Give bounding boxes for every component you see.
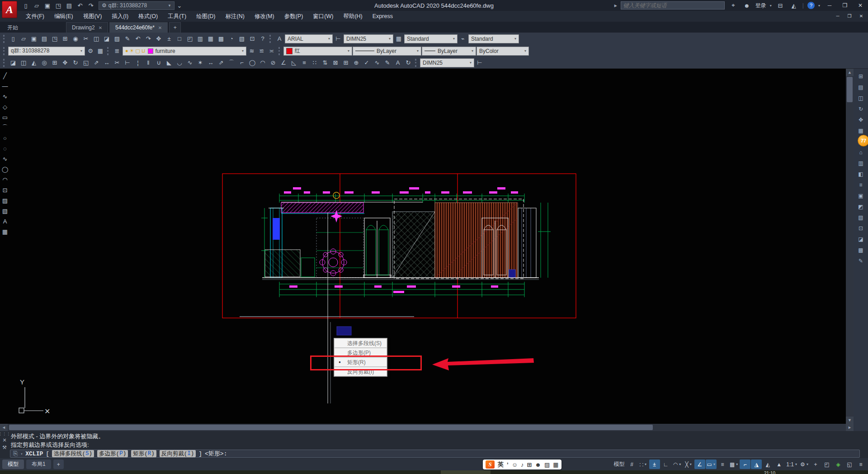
toolbar-grip[interactable] [3, 47, 6, 55]
menu-item[interactable]: 窗口(W) [308, 11, 338, 22]
restore-button[interactable]: ❐ [839, 1, 851, 10]
layer-combo[interactable]: ●☀▢⊔ furniture ▾ [123, 47, 246, 56]
annotation-scale-icon[interactable]: ▲ [774, 460, 784, 469]
break-icon[interactable]: ‖ [143, 58, 153, 67]
scroll-down-icon[interactable]: ▼ [846, 417, 854, 424]
menu-item[interactable]: 帮助(H) [338, 11, 367, 22]
lineweight-display-icon[interactable]: ≡ [717, 460, 728, 469]
menu-item[interactable]: 编辑(E) [49, 11, 78, 22]
open-icon[interactable]: ▱ [19, 34, 28, 43]
search-binoculars-icon[interactable]: ⌖ [728, 1, 738, 10]
trim-icon[interactable]: ✂ [112, 58, 122, 67]
doc-close-button[interactable]: ✕ [855, 11, 867, 21]
toolbar-grip[interactable] [269, 35, 273, 43]
dim-edit-icon[interactable]: ✎ [382, 58, 392, 67]
horizontal-scrollbar[interactable]: ◄ ► [0, 424, 854, 431]
rotate-icon[interactable]: ↻ [71, 58, 80, 67]
taskbar-item[interactable] [441, 470, 491, 474]
help-icon[interactable]: ? [258, 34, 268, 43]
line-icon[interactable]: ╱ [1, 71, 9, 80]
menu-item[interactable]: Express [368, 11, 398, 22]
panel-lines-icon[interactable]: ≡ [857, 181, 865, 189]
erase-icon[interactable]: ◪ [8, 58, 18, 67]
login-chevron-icon[interactable]: ▾ [770, 4, 772, 8]
scroll-right-icon[interactable]: ► [846, 424, 854, 431]
menu-item[interactable]: 标注(N) [221, 11, 250, 22]
command-tools-wrench-icon[interactable]: ⚒ [2, 445, 7, 450]
close-tab-icon[interactable]: ✕ [99, 25, 102, 30]
lineweight-combo[interactable]: ByLayer▾ [422, 47, 476, 56]
text-icon[interactable]: A [1, 217, 9, 225]
menu-item[interactable]: 工具(T) [163, 11, 191, 22]
circle-icon[interactable]: ○ [1, 134, 9, 142]
transparency-icon[interactable]: ▩ [728, 460, 739, 469]
lengthen-icon[interactable]: ↔ [102, 58, 112, 67]
cut-icon[interactable]: ✂ [81, 34, 91, 43]
table-style-combo[interactable]: Standard▾ [404, 34, 458, 43]
move-icon[interactable]: ✥ [60, 58, 70, 67]
new-layout-button[interactable]: + [53, 460, 64, 469]
workspace-gear-icon[interactable]: ⚙ [799, 460, 810, 469]
qq-group-combo[interactable]: ⚙ q群: 310388278 ▼ [99, 1, 175, 10]
pan-icon[interactable]: ✥ [154, 34, 164, 43]
ime-language-icon[interactable]: 英 [498, 460, 504, 469]
recent-commands-icon[interactable]: ⎘ [13, 450, 18, 457]
snap-mode-icon[interactable]: ⸬ [638, 460, 649, 469]
panel-refresh-icon[interactable]: ↻ [857, 105, 865, 113]
revcloud-icon[interactable]: ◌ [1, 144, 9, 152]
ime-emoji-icon[interactable]: ☺ [512, 461, 518, 468]
search-input[interactable] [621, 1, 725, 9]
gear-icon[interactable]: ⚙ [85, 46, 95, 56]
table-icon[interactable]: ▦ [1, 228, 9, 236]
xline-icon[interactable]: ― [1, 82, 9, 90]
ime-toolbox-icon[interactable]: ▦ [553, 461, 558, 468]
cmd-option-polygon[interactable]: 多边形(P) [97, 450, 128, 457]
dim-linear-icon[interactable]: ↔ [206, 58, 216, 67]
cmd-option-invert-clip[interactable]: 反向剪裁(I) [160, 450, 196, 457]
isolate-objects-icon[interactable]: ◰ [821, 460, 832, 469]
dim-style-combo[interactable]: DIMN25▾ [344, 34, 393, 43]
dim-jogged-icon[interactable]: ◠ [258, 58, 268, 67]
dim-text-edit-icon[interactable]: A [393, 58, 403, 67]
drawing-canvas[interactable]: Y ✕ ╱―∿◇▭⌒○◌∿◯◠⊡▨▧A▦ 选择多段线(S)多边形(P)矩形(R)… [0, 69, 854, 424]
menu-item[interactable]: 参数(P) [279, 11, 308, 22]
layer-isolate-icon[interactable]: ≌ [257, 46, 267, 56]
dim-radius-icon[interactable]: ◯ [247, 58, 257, 67]
paste-icon[interactable]: ◪ [102, 34, 112, 43]
panel-hatch-icon[interactable]: ▧ [857, 213, 865, 221]
panel-left-icon[interactable]: ◧ [857, 170, 865, 178]
dim-jog-line-icon[interactable]: ∿ [372, 58, 382, 67]
new-icon[interactable]: ▯ [8, 34, 18, 43]
object-snap-tracking-icon[interactable]: ∠ [694, 460, 705, 469]
dim-angular-icon[interactable]: ∠ [278, 58, 288, 67]
text-style-icon[interactable]: A [274, 34, 284, 43]
save-icon[interactable]: ▣ [42, 1, 52, 10]
help-chevron-icon[interactable]: ▾ [818, 4, 820, 8]
ortho-mode-icon[interactable]: ∟ [660, 460, 671, 469]
dim-arc-icon[interactable]: ⌒ [226, 58, 236, 67]
fillet-icon[interactable]: ◡ [175, 58, 184, 67]
zoom-realtime-icon[interactable]: ± [164, 34, 174, 43]
panel-home-icon[interactable]: ⌂ [857, 148, 865, 156]
viewport-scale-label[interactable]: 1:1 [785, 460, 798, 469]
search-expand-icon[interactable]: ▶ [614, 4, 617, 8]
vertical-scrollbar[interactable]: ▲ ▼ [846, 69, 854, 424]
clean-screen-icon[interactable]: ◱ [844, 460, 855, 469]
hatch-window-icon[interactable]: ▦ [95, 46, 105, 56]
dim-baseline-icon[interactable]: ≡ [299, 58, 309, 67]
plot-icon[interactable]: ▤ [39, 34, 49, 43]
menu-item[interactable]: 格式(O) [133, 11, 163, 22]
layer-previous-icon[interactable]: ≋ [247, 46, 257, 56]
panel-copy-icon[interactable]: ◫ [857, 94, 865, 102]
customize-icon[interactable]: ≡ [855, 460, 866, 469]
layer-properties-icon[interactable]: ≣ [112, 46, 122, 56]
qq-notification-badge[interactable]: 77 [858, 135, 868, 147]
mleader-style-combo[interactable]: Standard▾ [468, 34, 519, 43]
dim-update-icon[interactable]: ↻ [403, 58, 413, 67]
panel-grid-icon[interactable]: ⊞ [857, 72, 865, 80]
mirror-icon[interactable]: ◭ [29, 58, 39, 67]
new-file-icon[interactable]: ▯ [21, 1, 31, 10]
zoom-previous-icon[interactable]: ◰ [185, 34, 195, 43]
cmd-option-select-polyline[interactable]: 选择多段线(S) [52, 450, 94, 457]
properties-icon[interactable]: ▥ [195, 34, 205, 43]
